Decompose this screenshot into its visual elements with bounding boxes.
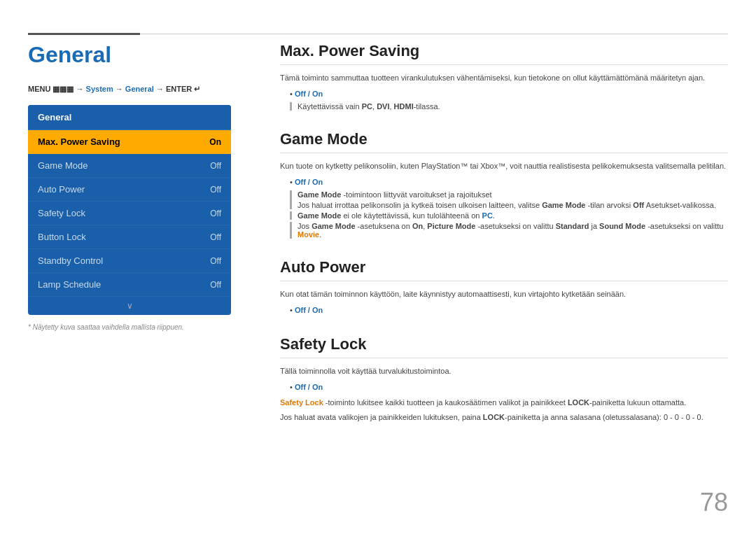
sidebar-item-value: Off: [210, 161, 221, 171]
section-auto-power: Auto Power Kun otat tämän toiminnon käyt…: [280, 258, 728, 316]
page-number: 78: [700, 488, 728, 517]
sidebar-item-auto-power[interactable]: Auto Power Off: [28, 178, 231, 202]
off-on-label: Off / On: [295, 90, 323, 98]
menu-prefix: MENU ▦▦▦: [28, 85, 74, 93]
sidebar-item-value: Off: [210, 209, 221, 218]
sidebar-item-button-lock[interactable]: Button Lock Off: [28, 225, 231, 249]
sidebar-item-value: Off: [210, 280, 221, 290]
sidebar-item-lamp-schedule[interactable]: Lamp Schedule Off: [28, 273, 231, 297]
safety-lock-desc-1: Safety Lock -toiminto lukitsee kaikki tu…: [280, 397, 728, 409]
dash-item-game-mode-3: Game Mode ei ole käytettävissä, kun tulo…: [298, 211, 728, 220]
arrow3: →: [156, 85, 166, 93]
menu-general: General: [125, 85, 154, 93]
bullet-off-on-safety-lock: Off / On: [290, 381, 728, 393]
sidebar-chevron[interactable]: ∨: [28, 297, 231, 315]
sidebar-item-label: Lamp Schedule: [38, 279, 101, 290]
sidebar-item-value: Off: [210, 232, 221, 242]
sidebar-header: General: [28, 105, 231, 130]
menu-enter: ENTER ↵: [166, 85, 200, 93]
sidebar-item-standby-control[interactable]: Standby Control Off: [28, 249, 231, 273]
dash-item-game-mode-2: Jos haluat irrottaa pelikonsolin ja kytk…: [298, 201, 728, 209]
sidebar-item-value: On: [209, 137, 221, 147]
bullet-off-on-game-mode: Off / On: [290, 176, 728, 188]
section-desc-game-mode: Kun tuote on kytketty pelikonsoliin, kut…: [280, 160, 728, 172]
menu-system: System: [86, 85, 113, 93]
off-on-label-game: Off / On: [295, 178, 323, 186]
dash-item-pc-dvi: Käytettävissä vain PC, DVI, HDMI-tilassa…: [298, 102, 728, 111]
arrow2: →: [115, 85, 125, 93]
dash-item-game-mode-1: Game Mode -toimintoon liittyvät varoituk…: [298, 190, 728, 199]
section-title-safety-lock: Safety Lock: [280, 335, 728, 358]
sidebar-item-game-mode[interactable]: Game Mode Off: [28, 154, 231, 178]
section-desc-safety-lock: Tällä toiminnolla voit käyttää turvaluki…: [280, 365, 728, 377]
sidebar-item-label: Auto Power: [38, 184, 85, 195]
section-title-game-mode: Game Mode: [280, 130, 728, 153]
dash-item-game-mode-4: Jos Game Mode -asetuksena on On, Picture…: [298, 222, 728, 239]
menu-path: MENU ▦▦▦ → System → General → ENTER ↵: [28, 85, 259, 94]
page-title: General: [28, 42, 259, 68]
sidebar-menu: General Max. Power Saving On Game Mode O…: [28, 105, 231, 315]
sidebar-note: * Näytetty kuva saattaa vaihdella mallis…: [28, 323, 259, 331]
section-max-power-saving: Max. Power Saving Tämä toiminto sammutta…: [280, 42, 728, 111]
section-game-mode: Game Mode Kun tuote on kytketty pelikons…: [280, 130, 728, 239]
section-safety-lock: Safety Lock Tällä toiminnolla voit käytt…: [280, 335, 728, 423]
section-title-auto-power: Auto Power: [280, 258, 728, 281]
sidebar-item-value: Off: [210, 185, 221, 195]
sidebar-item-safety-lock[interactable]: Safety Lock Off: [28, 202, 231, 225]
bullet-off-on-max-power: Off / On: [290, 88, 728, 100]
sidebar-item-label: Game Mode: [38, 160, 88, 171]
sidebar-item-value: Off: [210, 256, 221, 266]
section-title-max-power-saving: Max. Power Saving: [280, 42, 728, 65]
section-desc-max-power-saving: Tämä toiminto sammuttaa tuotteen viranku…: [280, 72, 728, 84]
arrow1: →: [76, 85, 86, 93]
sidebar-item-label: Standby Control: [38, 255, 103, 266]
sidebar-item-max-power-saving[interactable]: Max. Power Saving On: [28, 130, 231, 154]
sidebar-item-label: Button Lock: [38, 232, 86, 242]
right-panel: Max. Power Saving Tämä toiminto sammutta…: [280, 42, 728, 442]
sidebar-item-label: Safety Lock: [38, 208, 85, 218]
section-desc-auto-power: Kun otat tämän toiminnon käyttöön, laite…: [280, 288, 728, 300]
off-on-label-auto: Off / On: [295, 306, 323, 314]
off-on-label-safety: Off / On: [295, 383, 323, 391]
bullet-off-on-auto-power: Off / On: [290, 304, 728, 316]
sidebar-item-label: Max. Power Saving: [38, 136, 120, 147]
safety-lock-desc-2: Jos haluat avata valikojen ja painikkeid…: [280, 412, 728, 423]
left-panel: General MENU ▦▦▦ → System → General → EN…: [28, 42, 259, 331]
